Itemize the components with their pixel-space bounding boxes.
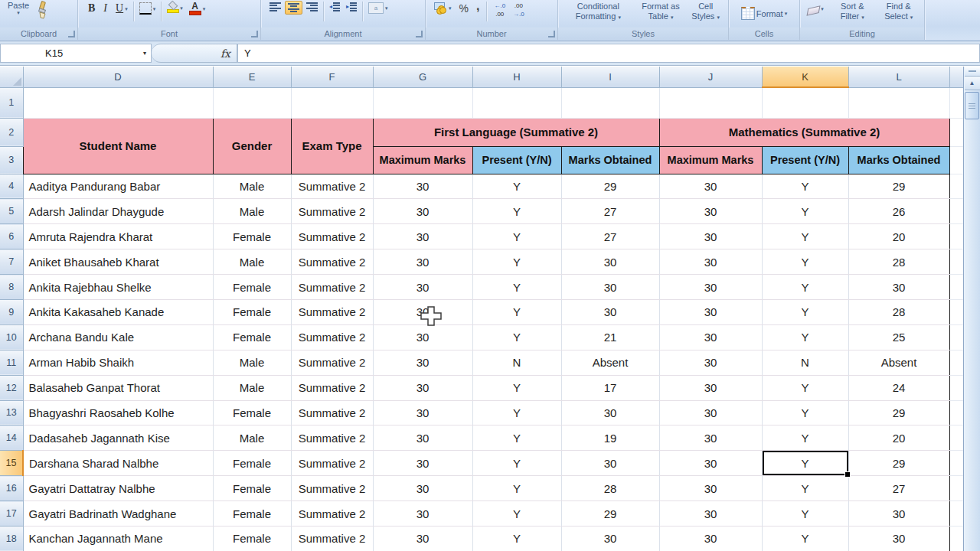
cell-H1[interactable] bbox=[472, 87, 561, 118]
format-as-table-button[interactable]: Format as Table ▾ bbox=[637, 1, 684, 21]
cell-E4[interactable]: Male bbox=[213, 174, 291, 199]
cell-G17[interactable]: 30 bbox=[373, 501, 472, 527]
insert-function-button[interactable]: fx bbox=[220, 47, 230, 60]
row-header-1[interactable]: 1 bbox=[0, 87, 23, 118]
cell-J5[interactable]: 30 bbox=[659, 199, 762, 224]
cell-L12[interactable]: 24 bbox=[848, 375, 949, 400]
cell-F11[interactable]: Summative 2 bbox=[291, 350, 373, 375]
borders-button[interactable]: ▾ bbox=[137, 1, 158, 16]
cell-I16[interactable]: 28 bbox=[561, 476, 659, 501]
cell-H4[interactable]: Y bbox=[472, 174, 561, 199]
row-header-12[interactable]: 12 bbox=[0, 375, 23, 400]
font-color-button[interactable]: A ▾ bbox=[187, 1, 208, 17]
row-header-6[interactable]: 6 bbox=[0, 224, 23, 249]
cell-H15[interactable]: Y bbox=[472, 451, 561, 476]
cell-F7[interactable]: Summative 2 bbox=[291, 249, 373, 275]
cell-K16[interactable]: Y bbox=[762, 476, 848, 501]
cell-G9[interactable]: 30 bbox=[373, 299, 472, 324]
scrollbar-split-box[interactable] bbox=[965, 67, 980, 77]
cell-D1[interactable] bbox=[23, 87, 213, 118]
cell-E13[interactable]: Female bbox=[213, 400, 291, 425]
cell-F6[interactable]: Summative 2 bbox=[291, 224, 373, 249]
cell-D18[interactable]: Kanchan Jagannath Mane bbox=[23, 526, 213, 551]
row-header-14[interactable]: 14 bbox=[0, 425, 23, 451]
column-header-H[interactable]: H bbox=[472, 67, 561, 87]
cell-H9[interactable]: Y bbox=[472, 299, 561, 324]
row-header-15[interactable]: 15 bbox=[0, 451, 23, 476]
cell-E7[interactable]: Male bbox=[213, 249, 291, 275]
cell-J8[interactable]: 30 bbox=[659, 275, 762, 300]
bold-button[interactable]: B bbox=[86, 1, 97, 16]
decrease-indent-button[interactable]: ◂ bbox=[327, 1, 342, 13]
cell-I1[interactable] bbox=[561, 87, 659, 118]
cell-J17[interactable]: 30 bbox=[659, 501, 762, 527]
cell-L16[interactable]: 27 bbox=[848, 476, 949, 501]
cell-D11[interactable]: Arman Habib Shaikh bbox=[23, 350, 213, 375]
row-header-11[interactable]: 11 bbox=[0, 350, 23, 375]
cell-D14[interactable]: Dadasaheb Jagannath Kise bbox=[23, 425, 213, 451]
cell-K13[interactable]: Y bbox=[762, 400, 848, 425]
formula-bar-input[interactable]: Y bbox=[237, 44, 980, 63]
merge-center-button[interactable]: a ▾ bbox=[366, 1, 390, 15]
comma-style-button[interactable]: , bbox=[474, 1, 482, 11]
cell-L11[interactable]: Absent bbox=[848, 350, 949, 375]
cell-K4[interactable]: Y bbox=[762, 174, 848, 199]
subheader-2[interactable]: Present (Y/N) bbox=[472, 146, 561, 174]
cell-F12[interactable]: Summative 2 bbox=[291, 375, 373, 400]
cell-K8[interactable]: Y bbox=[762, 275, 848, 300]
cell-G14[interactable]: 30 bbox=[373, 425, 472, 451]
cell-D9[interactable]: Ankita Kakasaheb Kanade bbox=[23, 299, 213, 324]
column-header-K[interactable]: K bbox=[762, 67, 848, 87]
cell-I15[interactable]: 30 bbox=[561, 451, 659, 476]
cell-D7[interactable]: Aniket Bhausaheb Kharat bbox=[23, 249, 213, 275]
cell-K6[interactable]: Y bbox=[762, 224, 848, 249]
cell-H5[interactable]: Y bbox=[472, 199, 561, 224]
cell-L17[interactable]: 30 bbox=[848, 501, 949, 527]
subheader-6[interactable]: Marks Obtained bbox=[848, 146, 949, 174]
cell-J9[interactable]: 30 bbox=[659, 299, 762, 324]
cell-I5[interactable]: 27 bbox=[561, 199, 659, 224]
cell-J16[interactable]: 30 bbox=[659, 476, 762, 501]
row-header-9[interactable]: 9 bbox=[0, 299, 23, 324]
column-header-G[interactable]: G bbox=[373, 67, 472, 87]
cell-F9[interactable]: Summative 2 bbox=[291, 299, 373, 324]
cell-H13[interactable]: Y bbox=[472, 400, 561, 425]
cell-styles-button[interactable]: Cell Styles ▾ bbox=[687, 1, 725, 21]
cell-I8[interactable]: 30 bbox=[561, 275, 659, 300]
cell-E11[interactable]: Male bbox=[213, 350, 291, 375]
cell-L18[interactable]: 30 bbox=[848, 526, 949, 551]
cell-D16[interactable]: Gayatri Dattatray Nalbhe bbox=[23, 476, 213, 501]
cell-H7[interactable]: Y bbox=[472, 249, 561, 275]
cell-I4[interactable]: 29 bbox=[561, 174, 659, 199]
cell-G5[interactable]: 30 bbox=[373, 199, 472, 224]
underline-button[interactable]: U ▾ bbox=[113, 1, 130, 16]
row-header-3[interactable]: 3 bbox=[0, 146, 23, 174]
vertical-scrollbar[interactable]: ▲ bbox=[963, 67, 980, 551]
cell-H11[interactable]: N bbox=[472, 350, 561, 375]
cell-J18[interactable]: 30 bbox=[659, 526, 762, 551]
cell-I11[interactable]: Absent bbox=[561, 350, 659, 375]
column-header-F[interactable]: F bbox=[291, 67, 373, 87]
cell-I17[interactable]: 29 bbox=[561, 501, 659, 527]
subheader-5[interactable]: Present (Y/N) bbox=[762, 146, 848, 174]
cell-L8[interactable]: 30 bbox=[848, 275, 949, 300]
find-select-button[interactable]: Find & Select ▾ bbox=[879, 1, 919, 21]
cell-J7[interactable]: 30 bbox=[659, 249, 762, 275]
cell-J12[interactable]: 30 bbox=[659, 375, 762, 400]
header-mathematics[interactable]: Mathematics (Summative 2) bbox=[659, 118, 949, 146]
cell-I13[interactable]: 30 bbox=[561, 400, 659, 425]
cell-I9[interactable]: 30 bbox=[561, 299, 659, 324]
row-header-5[interactable]: 5 bbox=[0, 199, 23, 224]
cell-F10[interactable]: Summative 2 bbox=[291, 324, 373, 350]
cell-J11[interactable]: 30 bbox=[659, 350, 762, 375]
format-button[interactable]: Format ▾ bbox=[739, 5, 789, 21]
cell-D10[interactable]: Archana Bandu Kale bbox=[23, 324, 213, 350]
cell-D6[interactable]: Amruta Rajendra Kharat bbox=[23, 224, 213, 249]
cell-D8[interactable]: Ankita Rajebhau Shelke bbox=[23, 275, 213, 300]
paste-button[interactable]: Paste ▾ bbox=[3, 1, 34, 15]
row-header-4[interactable]: 4 bbox=[0, 174, 23, 199]
number-dialog-launcher[interactable] bbox=[548, 31, 555, 37]
percent-style-button[interactable]: % bbox=[457, 1, 471, 16]
font-dialog-launcher[interactable] bbox=[251, 31, 258, 37]
cell-F4[interactable]: Summative 2 bbox=[291, 174, 373, 199]
